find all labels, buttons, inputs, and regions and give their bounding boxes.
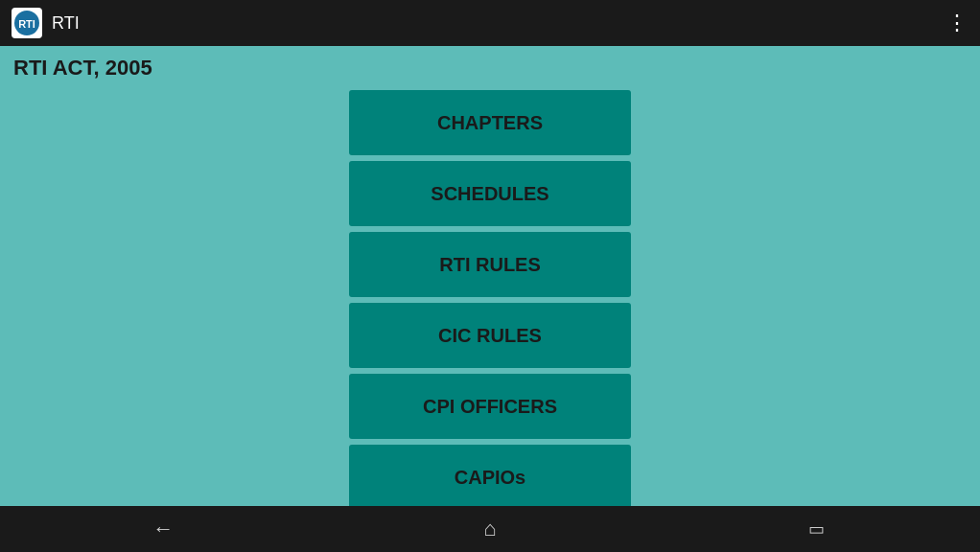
home-button[interactable] (461, 506, 519, 552)
app-title: RTI (52, 13, 80, 34)
page-title: RTI ACT, 2005 (0, 46, 980, 88)
rti-rules-button[interactable]: RTI RULES (349, 232, 631, 297)
recents-button[interactable] (788, 506, 846, 552)
menu-button[interactable]: ⋮ (946, 11, 968, 35)
top-bar: RTI RTI ⋮ (0, 0, 980, 46)
bottom-nav-bar (0, 506, 980, 552)
app-icon: RTI (12, 8, 42, 38)
capios-button[interactable]: CAPIOs (349, 445, 631, 506)
chapters-button[interactable]: CHAPTERS (349, 90, 631, 155)
svg-text:RTI: RTI (18, 18, 35, 30)
cic-rules-button[interactable]: CIC RULES (349, 303, 631, 368)
top-bar-left: RTI RTI (12, 8, 80, 38)
cpi-officers-button[interactable]: CPI OFFICERS (349, 374, 631, 439)
back-button[interactable] (134, 506, 192, 552)
button-list: CHAPTERS SCHEDULES RTI RULES CIC RULES C… (349, 88, 631, 506)
schedules-button[interactable]: SCHEDULES (349, 161, 631, 226)
main-content: CHAPTERS SCHEDULES RTI RULES CIC RULES C… (0, 88, 980, 506)
